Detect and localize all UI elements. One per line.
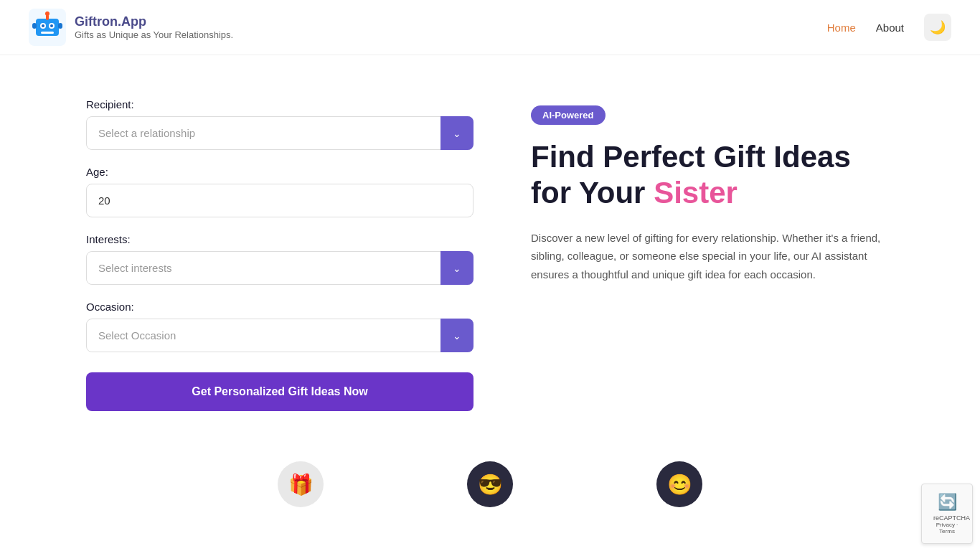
svg-point-5 [50,24,53,27]
bottom-icon-gift: 🎁 [278,461,324,507]
brand: Giftron.App Gifts as Unique as Your Rela… [29,9,233,46]
svg-rect-6 [41,32,54,34]
svg-point-4 [42,24,44,27]
nav-home-link[interactable]: Home [827,22,856,34]
nav-links: Home About 🌙 [827,14,951,41]
recipient-chevron[interactable]: ⌄ [440,116,473,150]
brand-logo [29,9,66,46]
cta-button[interactable]: Get Personalized Gift Ideas Now [86,372,473,411]
svg-point-8 [45,11,50,16]
recaptcha-text: reCAPTCHA [933,514,961,522]
interests-label: Interests: [86,233,473,245]
brand-subtitle: Gifts as Unique as Your Relationships. [75,29,233,40]
interests-select-wrapper: Select interests ⌄ [86,251,473,285]
hero-section: AI-Powered Find Perfect Gift Ideas for Y… [531,98,894,283]
occasion-label: Occasion: [86,301,473,313]
bottom-icon-cool: 😎 [467,461,513,507]
main-content: Recipient: Select a relationship ⌄ Age: … [0,55,980,440]
interests-select[interactable]: Select interests [86,251,473,285]
interests-group: Interests: Select interests ⌄ [86,233,473,285]
hero-title-highlight: Sister [654,176,738,209]
age-input[interactable] [86,184,473,217]
occasion-chevron[interactable]: ⌄ [440,319,473,352]
form-section: Recipient: Select a relationship ⌄ Age: … [86,98,473,411]
recipient-select[interactable]: Select a relationship [86,116,473,150]
dark-mode-toggle[interactable]: 🌙 [924,14,951,41]
svg-rect-10 [58,23,62,29]
svg-rect-9 [32,23,37,29]
occasion-select-wrapper: Select Occasion ⌄ [86,319,473,352]
occasion-select[interactable]: Select Occasion [86,319,473,352]
recaptcha-widget: 🔄 reCAPTCHA Privacy · Terms [921,484,973,544]
recipient-label: Recipient: [86,98,473,110]
recipient-select-wrapper: Select a relationship ⌄ [86,116,473,150]
navbar: Giftron.App Gifts as Unique as Your Rela… [0,0,980,55]
occasion-group: Occasion: Select Occasion ⌄ [86,301,473,352]
brand-title: Giftron.App [75,14,233,29]
moon-icon: 🌙 [930,19,946,35]
brand-text: Giftron.App Gifts as Unique as Your Rela… [75,14,233,40]
bottom-icon-happy: 😊 [656,461,702,507]
age-group: Age: [86,166,473,217]
ai-badge: AI-Powered [531,105,606,125]
interests-chevron[interactable]: ⌄ [440,251,473,285]
recipient-group: Recipient: Select a relationship ⌄ [86,98,473,150]
hero-description: Discover a new level of gifting for ever… [531,229,894,284]
recaptcha-links: Privacy · Terms [933,522,961,534]
hero-title: Find Perfect Gift Ideas for Your Sister [531,139,894,212]
bottom-icons-section: 🎁 😎 😊 [0,440,980,522]
recaptcha-logo: 🔄 [933,493,961,512]
nav-about-link[interactable]: About [876,22,904,34]
age-label: Age: [86,166,473,178]
